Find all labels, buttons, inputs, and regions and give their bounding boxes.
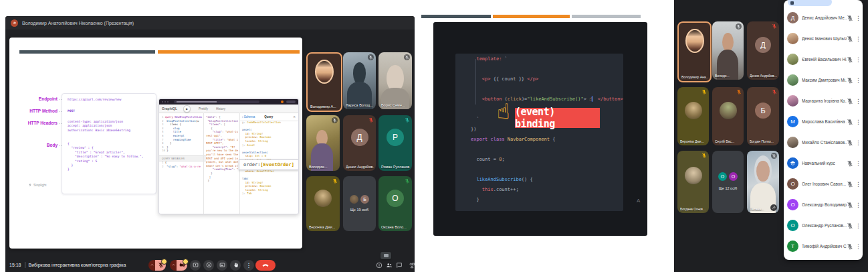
more-participants-tile[interactable]: О О Ще 12 осіб [712,151,744,213]
participant-tile[interactable]: Д Денис Андрійов... [343,115,376,171]
list-item[interactable]: Навчальний курс ⋮ [784,153,863,174]
participant-name: Денис Андрійов... [750,74,777,78]
participant-tile[interactable]: Лариса Волод... [343,52,376,109]
avatar [685,102,702,119]
api-endpoint-value: https://apiurl.com/review/new [68,98,121,102]
mic-off-icon[interactable] [847,56,853,63]
mic-off-icon[interactable] [847,160,853,167]
execute-query-button[interactable]: ▶ [183,105,191,113]
mic-off-icon[interactable] [847,77,853,84]
chat-button[interactable] [395,261,403,269]
api-label-method: HTTP Method [15,109,58,113]
more-actions-icon[interactable]: ⋮ [855,202,859,208]
participant-tile[interactable]: О Оксана Воло... [378,176,412,231]
docs-close-icon[interactable]: ✕ [293,115,296,119]
history-button[interactable]: History [216,107,225,111]
more-actions-icon[interactable]: ⋮ [855,98,859,105]
more-actions-icon[interactable]: ⋮ [855,222,859,229]
docs-back-link[interactable]: ‹ Schema [242,115,255,119]
participant-name: Борис Семе... [381,103,410,107]
participant-tile[interactable]: Володим... [306,115,340,171]
participant-tile[interactable]: Вероніка Дми... [677,87,709,145]
participant-tile[interactable]: Р Роман Русланов... [378,115,412,171]
participant-tile[interactable]: Володимир А... [306,52,342,112]
list-item[interactable]: Т Тимофій Андрійович С... ⋮ [784,236,863,257]
leave-call-button[interactable] [255,260,276,271]
more-actions-icon[interactable]: ⋮ [855,243,859,250]
list-item[interactable]: О Олег Ігорович Савол... ⋮ [784,174,863,194]
participant-tile[interactable]: Б Богдан Полко... [747,87,779,145]
watermark: A [637,198,640,204]
mic-off-icon[interactable] [847,202,853,208]
more-actions-icon[interactable]: ⋮ [855,119,859,125]
mic-off-icon[interactable] [847,139,853,146]
pill-icon [790,1,794,5]
mic-off-icon[interactable] [847,222,853,229]
mic-off-icon [772,89,777,94]
people-button[interactable] [385,261,393,269]
panel-tooltip-badge [381,252,391,259]
mic-off-icon[interactable] [847,181,853,188]
query-variables-editor[interactable]: 1 {2 "slug": "what-is-a-re [162,161,203,214]
more-actions-icon[interactable]: ⋮ [855,181,859,188]
list-item[interactable]: О Олександр Русланов... ⋮ [784,215,863,236]
more-options-button[interactable]: ⋮ [243,260,254,271]
list-item[interactable]: Максим Дмитрович Мі... ⋮ [784,70,863,90]
participant-tile[interactable]: Богдана Огнєв... [677,151,709,213]
person-name: Навчальний курс [802,161,847,165]
mic-off-icon[interactable] [847,36,853,42]
captions-button[interactable] [217,260,227,271]
list-item[interactable]: Маргарита Ігорівна Кр... ⋮ [784,90,863,111]
camera-toggle-button[interactable] [170,260,187,271]
raise-hand-button[interactable] [230,260,241,271]
initial-letter: Д [760,41,765,49]
participant-tile[interactable]: Оксана... [747,151,779,213]
participant-tile[interactable]: Володимир Ана... [677,21,712,82]
more-actions-icon[interactable]: ⋮ [855,56,859,63]
mic-off-icon[interactable] [847,243,853,250]
present-button[interactable] [190,260,201,271]
mic-off-icon[interactable] [847,119,853,125]
more-actions-icon[interactable]: ⋮ [855,36,859,42]
prettify-button[interactable]: Prettify [199,107,208,111]
initial-letter: О [790,181,794,187]
list-item[interactable]: Євгеній Васильович Ні... ⋮ [784,49,863,70]
graphiql-brand: GraphiQL [162,107,177,111]
meeting-details-button[interactable] [375,261,383,269]
list-item[interactable]: Михайло Станіславов... ⋮ [784,132,863,153]
more-actions-icon[interactable]: ⋮ [855,160,859,167]
person-name: Олег Ігорович Савол... [802,182,847,186]
list-item[interactable]: М Мирослава Василівна ... ⋮ [784,111,863,132]
person-name: Мирослава Василівна ... [802,119,847,124]
list-item[interactable]: О Олександр Володимир... ⋮ [784,194,863,215]
more-participants-tile[interactable]: Б Ще 19 осіб [343,176,376,231]
mic-off-icon[interactable] [847,15,853,21]
mic-off-icon [404,54,410,60]
event-binding-callout: (event) binding [515,108,600,128]
list-item[interactable]: Денис Іванович Шульга ⋮ [784,28,863,49]
activities-button[interactable] [408,261,416,269]
more-actions-icon[interactable]: ⋮ [855,77,859,84]
participant-tile[interactable]: Вероніка Дми... [306,176,340,231]
more-actions-icon[interactable]: ⋮ [855,15,859,21]
callout-label: (event) binding [515,106,600,130]
mic-options-chevron[interactable] [148,260,155,271]
window-title-bar: Володимир Анатолійович Ніколаєнко (Презе… [5,16,415,29]
participant-tile[interactable]: Борис Семе... [378,52,412,109]
mic-off-icon[interactable] [847,98,853,105]
more-actions-icon[interactable]: ⋮ [855,139,859,146]
graphiql-window: GraphiQL ▶ Prettify History 1 query NewB… [158,98,299,214]
mic-toggle-button[interactable] [148,260,166,271]
participant-tile[interactable]: Сергій Вас... [712,87,744,145]
browser-button[interactable] [286,100,296,103]
highlighted-item-partial[interactable] [788,0,832,6]
extension-icon[interactable] [281,100,284,103]
avatar-initial: О [718,172,727,181]
participant-tile[interactable]: Володи... [712,21,744,80]
reactions-button[interactable] [203,260,214,271]
list-item[interactable]: Д Денис Андрійович Ме... ⋮ [784,7,863,28]
participant-tile[interactable]: Д Денис Андрійов... [747,21,779,80]
participant-name: Богдана Огнєв... [680,207,707,211]
pane-divider[interactable] [203,113,204,214]
camera-options-chevron[interactable] [170,260,177,271]
